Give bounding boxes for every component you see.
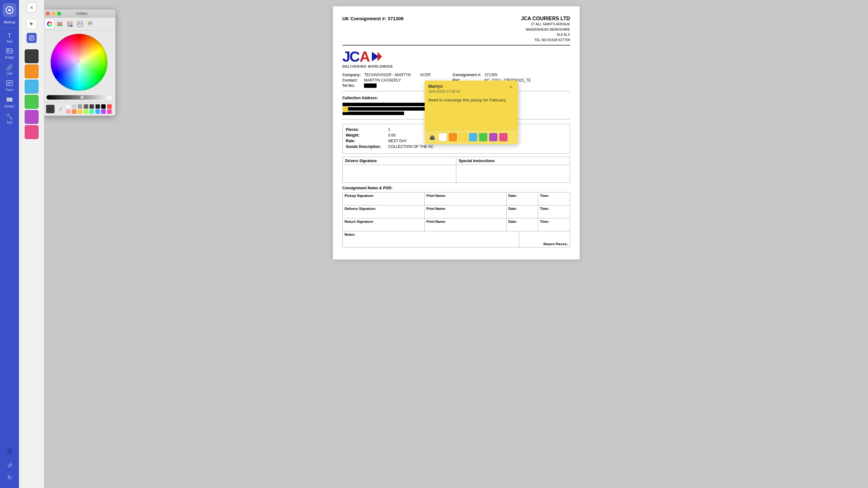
sticky-note-header: Martyn 15/01/2020 17:06:42 ×: [425, 80, 518, 95]
svg-marker-36: [90, 26, 91, 27]
color-grid-cell[interactable]: [72, 109, 76, 114]
color-grid-cell[interactable]: [95, 109, 100, 114]
svg-rect-32: [88, 25, 90, 26]
color-grid-cell[interactable]: [107, 109, 112, 114]
note-color-purple[interactable]: [489, 133, 497, 141]
redo-button[interactable]: ↻: [6, 473, 13, 482]
pieces-value: 1: [388, 127, 391, 132]
color-grid-cell[interactable]: [78, 109, 82, 114]
sticky-note-author: Martyn: [429, 84, 460, 89]
snowman-icon: ☃: [3, 444, 16, 458]
window-zoom-button[interactable]: [57, 12, 61, 15]
company-address: 27 ALL SAINTS AVENUE MAIDENHEAD BERKSHIR…: [521, 22, 570, 42]
color-grid-cell[interactable]: [95, 104, 100, 109]
pickup-date-label: Date:: [508, 194, 536, 198]
brightness-slider[interactable]: [46, 95, 112, 100]
color-swatch-blue[interactable]: [25, 79, 38, 94]
svg-marker-33: [88, 26, 89, 27]
color-grid-cell[interactable]: [78, 104, 82, 109]
color-preview-box: [46, 105, 55, 113]
weight-value: 0.00: [388, 133, 396, 137]
eyedropper-button[interactable]: 💉: [57, 105, 64, 113]
color-swatch-green[interactable]: [25, 95, 38, 109]
color-swatch-pink[interactable]: [25, 125, 38, 139]
color-wheel[interactable]: ✛: [51, 34, 107, 91]
sidebar-item-tool[interactable]: 🔧 Tool: [1, 111, 18, 126]
color-swatch-purple[interactable]: [25, 110, 38, 124]
window-close-button[interactable]: [46, 12, 50, 15]
color-grid-cell[interactable]: [84, 104, 88, 109]
colors-tab-sliders[interactable]: [55, 20, 64, 28]
delivery-print-name-label: Print Name:: [427, 207, 504, 210]
note-color-orange[interactable]: [449, 133, 457, 141]
color-grid-cell[interactable]: [90, 109, 94, 114]
delivery-time-cell: Time:: [538, 205, 570, 218]
svg-rect-43: [431, 135, 434, 137]
sidebar-item-form[interactable]: Form: [1, 78, 18, 94]
note-color-white[interactable]: [439, 133, 447, 141]
note-color-yellow[interactable]: [459, 133, 467, 141]
color-wheel-container[interactable]: ✛: [44, 31, 116, 94]
note-tool-button[interactable]: [27, 33, 37, 43]
pickup-sig-row: Pickup Signature: Print Name: Date: Time…: [342, 192, 570, 205]
svg-rect-23: [67, 23, 69, 25]
note-color-pink[interactable]: [499, 133, 507, 141]
sticky-note-close-button[interactable]: ×: [508, 84, 514, 90]
pickup-date-cell: Date:: [506, 193, 538, 205]
color-grid-cell[interactable]: [66, 104, 70, 109]
color-grid-cell[interactable]: [66, 109, 70, 114]
close-panel-button[interactable]: ✕: [27, 3, 37, 13]
markup-logo[interactable]: [3, 3, 17, 17]
sidebar-item-text[interactable]: T Text: [1, 31, 18, 45]
window-minimize-button[interactable]: [52, 12, 55, 15]
note-color-green[interactable]: [479, 133, 487, 141]
color-grid-cell[interactable]: [101, 109, 105, 114]
contact-field-label: Contact:: [342, 78, 361, 83]
color-swatch-dark[interactable]: [25, 49, 38, 63]
svg-point-16: [49, 23, 51, 25]
colors-tab-grid[interactable]: [65, 20, 74, 28]
colors-tab-pencils[interactable]: [86, 20, 95, 28]
jca-logo: JC A DELIVERING WORLDWIDE: [342, 49, 393, 68]
tel-field-label: Tel No:: [342, 84, 361, 88]
return-pieces-cell: Return Pieces:: [519, 231, 570, 247]
sticky-note-indicator[interactable]: [342, 106, 348, 112]
color-swatch-orange[interactable]: [25, 64, 38, 78]
color-grid-cell[interactable]: [84, 109, 88, 114]
link-icon: 🔗: [6, 64, 13, 71]
address-redacted-3: [342, 111, 404, 115]
svg-rect-27: [69, 25, 70, 27]
colors-tab-wheel[interactable]: [45, 20, 54, 28]
return-time-cell: Time:: [538, 218, 570, 231]
svg-rect-24: [69, 23, 70, 25]
return-print-name-cell: Print Name:: [425, 218, 506, 231]
weight-label: Weight:: [346, 133, 387, 137]
form-icon: [6, 80, 13, 88]
svg-rect-42: [430, 136, 434, 139]
pickup-print-name-label: Print Name:: [427, 194, 504, 198]
color-grid-cell[interactable]: [101, 104, 105, 109]
delivery-sig-cell: Delivery Signature:: [343, 205, 425, 218]
sticky-note-stamp-icon[interactable]: [428, 133, 437, 141]
document-area[interactable]: UK Consignment #: 371309 JCA COURIERS LT…: [44, 0, 868, 488]
sidebar-item-link[interactable]: 🔗 Link: [1, 62, 18, 77]
undo-button[interactable]: ↺: [6, 461, 13, 470]
colors-tab-image[interactable]: [75, 20, 85, 28]
rate-label: Rate:: [346, 139, 387, 143]
delivery-sig-row: Delivery Signature: Print Name: Date: Ti…: [342, 205, 570, 218]
drivers-sig-field: [343, 165, 456, 182]
arrow-tool-button[interactable]: [27, 19, 37, 29]
note-color-blue[interactable]: [469, 133, 477, 141]
company-field-value: TECHADVISOR - MARTYN ACER: [364, 73, 450, 77]
sidebar-item-image[interactable]: Image: [1, 46, 18, 61]
markup-sidebar: Markup T Text Image 🔗 Link Form: [0, 0, 19, 488]
sidebar-item-redact[interactable]: Redact: [1, 95, 18, 110]
sticky-note-color-picker: [425, 130, 518, 144]
notes-cell: Notes:: [343, 231, 519, 247]
color-grid-cell[interactable]: [90, 104, 94, 109]
color-wheel-crosshair: ✛: [75, 59, 80, 64]
color-grid-cell[interactable]: [107, 104, 112, 109]
return-pieces-label: Return Pieces:: [543, 242, 567, 246]
color-grid-cell[interactable]: [72, 104, 76, 109]
return-print-name-label: Print Name:: [427, 220, 504, 223]
